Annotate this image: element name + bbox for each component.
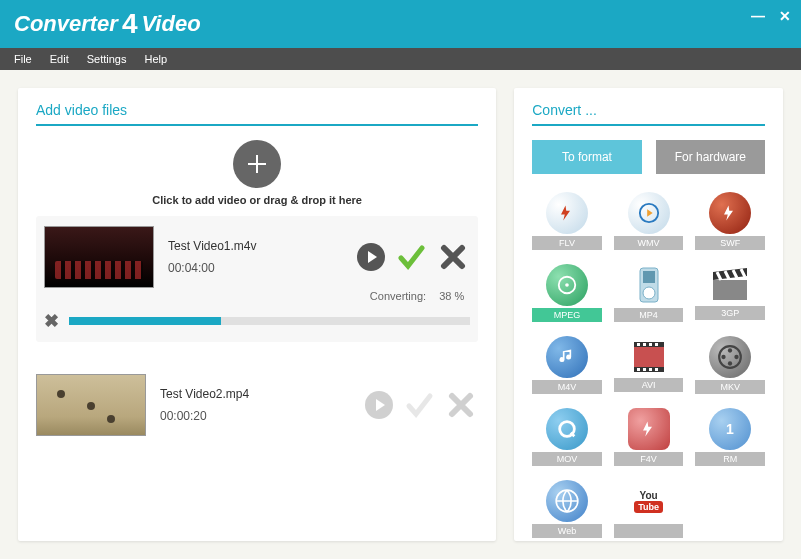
format-3gp[interactable]: 3GP xyxy=(695,264,765,322)
add-files-panel: Add video files Click to add video or dr… xyxy=(18,88,496,541)
format-f4v[interactable]: F4V xyxy=(614,408,684,466)
tube-badge: Tube xyxy=(634,501,663,513)
svg-point-7 xyxy=(643,287,655,299)
format-mp4[interactable]: MP4 xyxy=(614,264,684,322)
video-info: Test Video2.mp4 00:00:20 xyxy=(160,387,350,423)
menu-edit[interactable]: Edit xyxy=(42,50,77,68)
svg-rect-8 xyxy=(713,280,747,300)
filmstrip-icon xyxy=(628,338,670,376)
format-wmv[interactable]: WMV xyxy=(614,192,684,250)
video-duration: 00:04:00 xyxy=(168,261,342,275)
menubar: File Edit Settings Help xyxy=(0,48,801,70)
menu-settings[interactable]: Settings xyxy=(79,50,135,68)
play-button[interactable] xyxy=(364,390,394,420)
format-web[interactable]: Web xyxy=(532,480,602,538)
video-item[interactable]: Test Video2.mp4 00:00:20 xyxy=(36,364,478,446)
svg-rect-15 xyxy=(655,343,658,346)
play-icon xyxy=(364,390,394,420)
itunes-icon xyxy=(557,347,577,367)
format-avi[interactable]: AVI xyxy=(614,336,684,394)
plus-icon xyxy=(245,152,269,176)
realplayer-icon: 1 xyxy=(718,417,742,441)
format-label: Web xyxy=(532,524,602,538)
svg-point-23 xyxy=(728,361,732,365)
format-mpeg[interactable]: MPEG xyxy=(532,264,602,322)
format-label: M4V xyxy=(532,380,602,394)
svg-rect-18 xyxy=(649,368,652,371)
format-label: MKV xyxy=(695,380,765,394)
app-title: Converter4Video xyxy=(14,8,201,40)
svg-point-4 xyxy=(565,283,569,287)
title-mid: 4 xyxy=(122,8,138,40)
video-item[interactable]: Test Video1.m4v 00:04:00 Converting: xyxy=(36,216,478,342)
svg-point-24 xyxy=(722,355,726,359)
format-youtube[interactable]: YouTube xyxy=(614,480,684,538)
title-post: Video xyxy=(142,11,201,36)
remove-button[interactable] xyxy=(444,388,478,422)
format-label: MPEG xyxy=(532,308,602,322)
minimize-button[interactable]: — xyxy=(751,8,765,24)
progress-fill xyxy=(69,317,221,325)
svg-rect-12 xyxy=(637,343,640,346)
x-icon xyxy=(438,242,468,272)
convert-header: Convert ... xyxy=(532,102,765,126)
bolt-icon xyxy=(558,204,576,222)
quicktime-icon xyxy=(556,418,578,440)
svg-rect-19 xyxy=(655,368,658,371)
check-icon xyxy=(404,390,434,420)
format-mov[interactable]: MOV xyxy=(532,408,602,466)
format-label: RM xyxy=(695,452,765,466)
thumbnail xyxy=(44,226,154,288)
drop-zone[interactable]: Click to add video or drag & drop it her… xyxy=(36,140,478,206)
menu-file[interactable]: File xyxy=(6,50,40,68)
format-grid: FLV WMV SWF MPEG MP4 3GP M4V AVI MKV MOV… xyxy=(532,192,765,538)
format-label: MOV xyxy=(532,452,602,466)
drop-hint: Click to add video or drag & drop it her… xyxy=(36,194,478,206)
format-label: 3GP xyxy=(695,306,765,320)
video-info: Test Video1.m4v 00:04:00 xyxy=(168,239,342,275)
window-controls: — ✕ xyxy=(751,8,791,24)
x-icon xyxy=(446,390,476,420)
status-text: Converting: xyxy=(370,290,426,302)
format-rm[interactable]: 1RM xyxy=(695,408,765,466)
flash-f-icon xyxy=(640,420,658,438)
format-label: F4V xyxy=(614,452,684,466)
format-label: FLV xyxy=(532,236,602,250)
close-button[interactable]: ✕ xyxy=(779,8,791,24)
tab-to-format[interactable]: To format xyxy=(532,140,641,174)
disc-icon xyxy=(556,274,578,296)
confirm-button[interactable] xyxy=(404,390,434,420)
confirm-button[interactable] xyxy=(396,242,426,272)
format-flv[interactable]: FLV xyxy=(532,192,602,250)
format-swf[interactable]: SWF xyxy=(695,192,765,250)
video-filename: Test Video1.m4v xyxy=(168,239,342,253)
play-icon xyxy=(356,242,386,272)
content-area: Add video files Click to add video or dr… xyxy=(0,70,801,559)
reel-icon xyxy=(717,344,743,370)
remove-button[interactable] xyxy=(436,240,470,274)
svg-rect-16 xyxy=(637,368,640,371)
percent-text: 38 % xyxy=(439,290,464,302)
format-label: MP4 xyxy=(614,308,684,322)
svg-point-21 xyxy=(728,348,732,352)
progress-bar xyxy=(69,317,470,325)
clapper-icon xyxy=(709,266,751,304)
wmplayer-icon xyxy=(638,202,660,224)
titlebar: Converter4Video — ✕ xyxy=(0,0,801,48)
format-mkv[interactable]: MKV xyxy=(695,336,765,394)
format-m4v[interactable]: M4V xyxy=(532,336,602,394)
svg-rect-14 xyxy=(649,343,652,346)
svg-rect-6 xyxy=(643,271,655,283)
menu-help[interactable]: Help xyxy=(136,50,175,68)
cancel-convert-button[interactable]: ✖ xyxy=(44,310,59,332)
play-button[interactable] xyxy=(356,242,386,272)
tab-for-hardware[interactable]: For hardware xyxy=(656,140,765,174)
globe-icon xyxy=(554,488,580,514)
ipod-icon xyxy=(634,266,664,304)
add-button[interactable] xyxy=(233,140,281,188)
progress-status: Converting: 38 % xyxy=(44,290,470,302)
svg-rect-13 xyxy=(643,343,646,346)
flash-icon xyxy=(721,204,739,222)
convert-panel: Convert ... To format For hardware FLV W… xyxy=(514,88,783,541)
title-pre: Converter xyxy=(14,11,118,36)
